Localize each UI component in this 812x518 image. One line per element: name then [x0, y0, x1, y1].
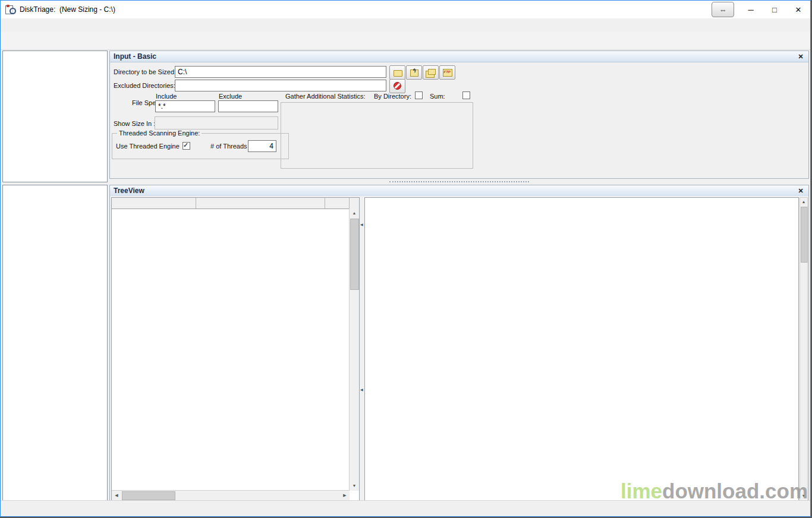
copy-folders-button[interactable]	[423, 65, 439, 80]
input-basic-header: Input - Basic ✕	[110, 51, 808, 62]
ftp-button[interactable]	[439, 65, 455, 80]
folders-icon	[426, 68, 436, 77]
no-entry-icon	[393, 82, 402, 90]
scroll-left-icon[interactable]: ◀	[112, 491, 121, 500]
threads-input[interactable]	[248, 140, 276, 152]
include-label: Include	[156, 93, 177, 100]
scroll-up-icon[interactable]: ▲	[800, 198, 807, 206]
directory-horizontal-scrollbar[interactable]: ◀ ▶	[112, 490, 350, 500]
menu-bar	[1, 18, 810, 31]
threaded-engine-group: Threaded Scanning Engine: Use Threaded E…	[112, 133, 289, 159]
show-size-label: Show Size In :	[114, 120, 155, 127]
horizontal-splitter[interactable]	[109, 179, 809, 185]
output-tree-panel	[2, 185, 108, 501]
stats-box	[281, 102, 473, 169]
use-threaded-checkbox[interactable]	[182, 142, 190, 150]
toolbar	[1, 31, 810, 50]
minimize-button[interactable]: ─	[739, 1, 763, 18]
directory-table-header	[112, 198, 359, 209]
treeview-panel: TreeView ✕ ▲ ▼	[109, 185, 809, 503]
app-window: DiskTriage: (New Sizing - C:\) ⇔ ─ □ ✕ I…	[0, 0, 811, 517]
directory-input[interactable]	[175, 66, 386, 78]
threaded-engine-label: Threaded Scanning Engine:	[117, 130, 202, 137]
treeview-title: TreeView	[114, 187, 144, 195]
maximize-button[interactable]: □	[763, 1, 786, 18]
workspace: Input - Basic ✕ Directory to be Sized: E…	[1, 49, 810, 503]
window-title: DiskTriage: (New Sizing - C:\)	[20, 5, 115, 14]
exclude-input[interactable]	[218, 100, 278, 112]
scroll-right-icon[interactable]: ▶	[340, 491, 350, 500]
excluded-input[interactable]	[175, 80, 386, 91]
by-directory-label: By Directory:	[374, 93, 411, 100]
threads-label: # of Threads	[210, 143, 247, 150]
close-icon[interactable]: ✕	[797, 53, 805, 61]
directory-label: Directory to be Sized:	[114, 68, 176, 75]
parent-folder-button[interactable]	[406, 65, 422, 80]
excluded-label: Excluded Directories:	[114, 82, 175, 89]
browse-folder-button[interactable]	[389, 65, 405, 80]
include-input[interactable]	[155, 100, 215, 112]
app-icon	[5, 5, 16, 14]
scroll-down-icon[interactable]: ▼	[800, 492, 807, 500]
directory-table: ▲ ▼ ◀ ▶	[111, 197, 360, 501]
gather-stats-label: Gather Additional Statistics:	[285, 93, 366, 100]
collapse-left-icon[interactable]: ◀	[360, 387, 363, 391]
scrollbar-thumb[interactable]	[801, 207, 808, 263]
folder-up-icon	[410, 68, 419, 77]
vertical-splitter[interactable]: ◀ ◀	[360, 197, 364, 501]
by-directory-checkbox[interactable]	[415, 91, 423, 99]
folder-icon	[393, 68, 402, 77]
column-header-directory[interactable]	[112, 198, 196, 209]
directory-vertical-scrollbar[interactable]: ▲ ▼	[349, 209, 359, 491]
input-tree-panel	[2, 50, 108, 182]
sum-checkbox[interactable]	[462, 91, 470, 99]
exclude-label: Exclude	[219, 93, 242, 100]
input-basic-panel: Input - Basic ✕ Directory to be Sized: E…	[109, 50, 809, 179]
collapse-left-icon[interactable]: ◀	[360, 222, 363, 226]
close-button[interactable]: ✕	[786, 1, 810, 18]
scroll-down-icon[interactable]: ▼	[350, 481, 359, 491]
treeview-header: TreeView ✕	[110, 185, 808, 197]
input-basic-title: Input - Basic	[114, 52, 156, 61]
resize-arrows-icon[interactable]: ⇔	[712, 2, 734, 17]
use-threaded-label: Use Threaded Engine	[116, 143, 180, 150]
scrollbar-thumb[interactable]	[122, 491, 175, 500]
column-header-size[interactable]	[196, 198, 325, 209]
sum-label: Sum:	[430, 93, 445, 100]
size-unit-group	[155, 116, 278, 130]
permissions-vertical-scrollbar[interactable]: ▲ ▼	[800, 197, 808, 501]
status-bar	[1, 500, 810, 516]
ftp-icon	[443, 68, 452, 77]
exclude-button[interactable]	[389, 79, 405, 93]
scroll-up-icon[interactable]: ▲	[350, 209, 359, 218]
scrollbar-thumb[interactable]	[350, 219, 359, 290]
close-icon[interactable]: ✕	[797, 187, 805, 195]
title-bar: DiskTriage: (New Sizing - C:\) ⇔ ─ □ ✕	[1, 1, 810, 18]
permissions-table	[364, 197, 799, 501]
column-header-files[interactable]	[325, 198, 350, 209]
